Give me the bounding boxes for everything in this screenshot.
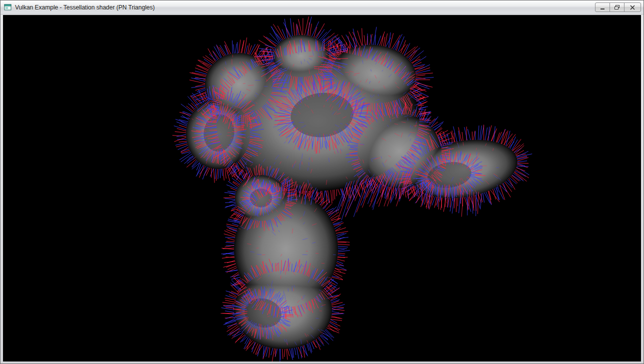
maximize-button[interactable] [610,2,624,12]
close-button[interactable] [624,2,641,12]
window-controls [596,2,641,12]
minimize-button[interactable] [595,2,610,12]
restore-icon [614,5,620,10]
viewport [3,15,641,361]
app-icon [4,4,12,12]
close-icon [630,5,636,10]
window-title: Vulkan Example - Tessellation shader (PN… [15,4,154,11]
viewport-canvas[interactable] [3,15,641,362]
titlebar[interactable]: Vulkan Example - Tessellation shader (PN… [0,0,644,14]
minimize-icon [600,5,606,10]
app-window: Vulkan Example - Tessellation shader (PN… [0,0,644,364]
